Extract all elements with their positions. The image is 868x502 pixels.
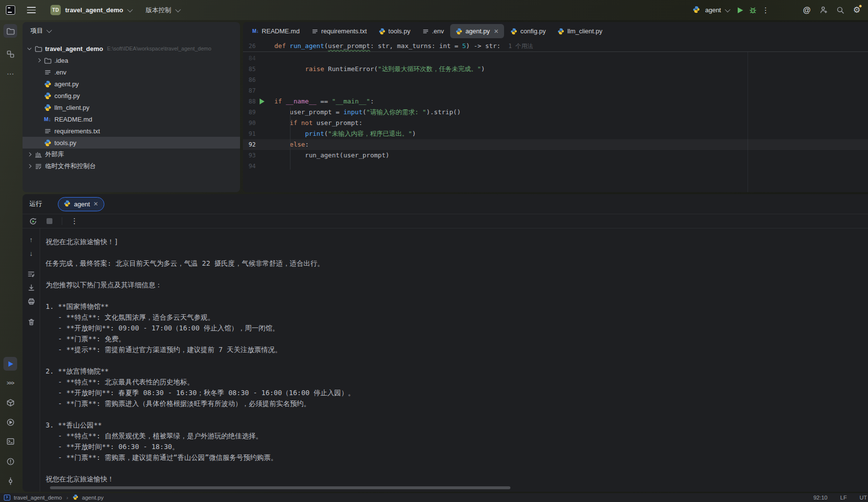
chevron-right-icon[interactable] xyxy=(35,59,43,62)
editor-tab-label: config.py xyxy=(520,27,546,35)
editor-tab-tools.py[interactable]: tools.py xyxy=(373,24,416,38)
run-button[interactable] xyxy=(734,4,747,17)
code-line-85[interactable]: 85 raise RuntimeError("达到最大循环次数，任务未完成。") xyxy=(243,64,868,75)
tree-item-travel_agent_demo[interactable]: travel_agent_demoE:\soft\IDEA\workspace\… xyxy=(23,43,240,54)
chevron-right-icon[interactable] xyxy=(25,165,33,168)
python-icon xyxy=(43,92,52,100)
run-config-selector[interactable]: agent xyxy=(705,6,721,14)
project-tool-window-button[interactable] xyxy=(3,24,17,38)
terminal-button[interactable] xyxy=(3,434,17,448)
editor-body[interactable]: 26def run_agent(user_prompt: str, max_tu… xyxy=(243,40,868,192)
tree-item-label: requirements.txt xyxy=(54,127,100,135)
folder-icon xyxy=(43,57,52,64)
console-line xyxy=(46,247,868,258)
encoding-widget[interactable]: UT xyxy=(860,495,867,501)
run-tool-window-button[interactable] xyxy=(3,357,17,371)
close-icon[interactable]: ✕ xyxy=(94,201,98,207)
close-icon[interactable]: ✕ xyxy=(494,28,499,35)
tree-item-agent.py[interactable]: agent.py xyxy=(23,78,240,90)
tree-item-label: travel_agent_demo xyxy=(45,45,103,52)
code-line-93[interactable]: 93 run_agent(user_prompt) xyxy=(243,150,868,161)
search-icon[interactable] xyxy=(834,4,846,17)
tree-item-.idea[interactable]: .idea xyxy=(23,54,240,66)
print-icon[interactable] xyxy=(26,296,37,307)
code-line-84[interactable]: 84 xyxy=(243,53,868,64)
settings-icon[interactable]: ⚙ xyxy=(850,4,863,17)
tree-item-README.md[interactable]: M↓README.md xyxy=(23,113,240,125)
editor-tab-agent.py[interactable]: agent.py✕ xyxy=(450,24,504,38)
console-line: 2. **故宫博物院** xyxy=(46,366,868,376)
tree-item-config.py[interactable]: config.py xyxy=(23,90,240,101)
stop-button[interactable] xyxy=(44,216,55,226)
problems-button[interactable] xyxy=(3,454,17,468)
line-separator-widget[interactable]: LF xyxy=(840,495,846,501)
editor-tab-config.py[interactable]: config.py xyxy=(505,24,551,38)
services-button[interactable] xyxy=(3,415,17,429)
code-line-91[interactable]: 91 print("未输入内容，程序已退出。") xyxy=(243,128,868,139)
run-tab-label: agent xyxy=(74,201,90,208)
debug-button[interactable] xyxy=(747,4,759,17)
more-actions-button[interactable]: ⋮ xyxy=(759,4,772,17)
code-line-90[interactable]: 90 if not user_prompt: xyxy=(243,118,868,128)
code-line-89[interactable]: 89 user_prompt = input("请输入你的需求: ").stri… xyxy=(243,107,868,118)
console-output[interactable]: 祝您在北京旅途愉快！]任务完成，最终答案: 北京目前天气为多云，气温 22 摄氏… xyxy=(41,228,868,486)
tree-item-.env[interactable]: .env xyxy=(23,66,240,78)
structure-tool-window-button[interactable] xyxy=(3,47,17,61)
commit-button[interactable] xyxy=(3,474,17,488)
editor-tab-.env[interactable]: .env xyxy=(417,24,450,38)
code-line-87[interactable]: 87 xyxy=(243,85,868,96)
editor-tab-README.md[interactable]: M↓README.md xyxy=(247,24,305,38)
usages-inlay-hint[interactable]: 1 个用法 xyxy=(508,43,533,50)
breadcrumb-file[interactable]: agent.py xyxy=(82,495,103,501)
add-user-icon[interactable] xyxy=(817,4,830,17)
tree-item-tools.py[interactable]: tools.py xyxy=(23,137,240,149)
line-number: 93 xyxy=(243,150,256,161)
project-avatar[interactable]: TD xyxy=(50,5,61,15)
code-line-92[interactable]: 92 else: xyxy=(243,139,868,150)
chevron-down-icon xyxy=(127,6,132,12)
editor-tab-label: .env xyxy=(432,27,444,35)
up-stacktrace-icon[interactable]: ↑ xyxy=(26,234,37,245)
tree-item-临时文件和控制台[interactable]: 临时文件和控制台 xyxy=(23,160,240,172)
project-widget[interactable]: travel_agent_demo xyxy=(65,6,123,14)
console-line: - **门票**: 需购票进入（具体价格根据淡旺季有所波动），必须提前实名预约。 xyxy=(46,398,868,409)
console-more-options-button[interactable]: ⋮ xyxy=(69,216,80,226)
python-packages-button[interactable] xyxy=(3,396,17,409)
tree-item-外部库[interactable]: 外部库 xyxy=(23,149,240,160)
run-tab-agent[interactable]: agent ✕ xyxy=(58,197,104,211)
down-stacktrace-icon[interactable]: ↓ xyxy=(26,248,37,259)
terminal-widget-icon[interactable] xyxy=(4,495,10,501)
clear-all-icon[interactable] xyxy=(26,317,37,327)
editor-tab-requirements.txt[interactable]: requirements.txt xyxy=(306,24,372,38)
main-toolbar: TD travel_agent_demo 版本控制 agent ⋮ @ ⚙ xyxy=(0,0,868,20)
code-line-86[interactable]: 86 xyxy=(243,75,868,85)
project-panel-header[interactable]: 项目 xyxy=(23,22,240,40)
tree-item-llm_client.py[interactable]: llm_client.py xyxy=(23,101,240,113)
code-line-94[interactable]: 94 xyxy=(243,161,868,172)
chevron-down-icon xyxy=(47,27,52,33)
horizontal-scrollbar[interactable] xyxy=(50,486,510,489)
tree-item-requirements.txt[interactable]: requirements.txt xyxy=(23,125,240,137)
chevron-down-icon[interactable] xyxy=(25,48,33,50)
line-number: 87 xyxy=(243,85,256,96)
scroll-to-end-icon[interactable] xyxy=(26,282,37,293)
vcs-widget[interactable]: 版本控制 xyxy=(146,6,171,15)
breadcrumb-separator: › xyxy=(66,495,68,501)
more-tool-windows-button[interactable]: ⋯ xyxy=(3,67,17,81)
code-line-88[interactable]: 88if __name__ == "__main__": xyxy=(243,96,868,107)
editor-tab-label: llm_client.py xyxy=(567,27,603,35)
chevron-right-icon[interactable] xyxy=(25,153,33,156)
rerun-button[interactable] xyxy=(27,216,38,226)
python-console-button[interactable]: >>> xyxy=(3,376,17,390)
ai-assistant-icon[interactable]: @ xyxy=(800,4,813,17)
breadcrumb-project[interactable]: travel_agent_demo xyxy=(14,495,62,501)
caret-position-widget[interactable]: 92:10 xyxy=(813,495,827,501)
tree-item-label: agent.py xyxy=(54,80,79,88)
code-text: if not user_prompt: xyxy=(274,118,868,128)
run-line-icon[interactable] xyxy=(260,99,265,104)
editor-tab-llm_client.py[interactable]: llm_client.py xyxy=(552,24,608,38)
python-icon xyxy=(43,80,52,88)
project-tool-window: 项目 travel_agent_demoE:\soft\IDEA\workspa… xyxy=(23,22,240,192)
soft-wrap-icon[interactable] xyxy=(26,269,37,279)
main-menu-button[interactable] xyxy=(24,4,39,17)
